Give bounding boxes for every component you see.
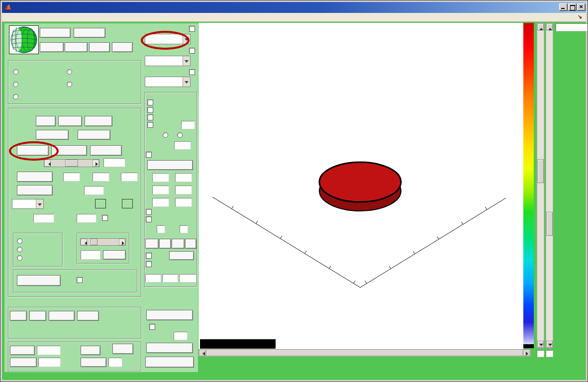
slider-left-arrow-icon[interactable] xyxy=(44,160,51,167)
run-for-button[interactable] xyxy=(10,346,35,355)
run-area-field[interactable] xyxy=(108,358,122,367)
amount-field[interactable] xyxy=(103,158,125,167)
add-to-rim-button[interactable] xyxy=(90,145,122,156)
slider-right-arrow-icon[interactable] xyxy=(119,239,125,245)
color-max-field[interactable] xyxy=(556,23,588,31)
run-time-field[interactable] xyxy=(38,358,61,367)
x-max-field[interactable] xyxy=(175,173,192,182)
maximize-icon[interactable] xyxy=(568,3,576,10)
range-box-2[interactable] xyxy=(546,350,553,357)
dropdown-arrow-icon[interactable] xyxy=(183,77,190,87)
rename-button[interactable] xyxy=(85,116,112,126)
auto-color-range-checkbox[interactable] xyxy=(146,216,152,222)
close-icon[interactable] xyxy=(577,3,585,10)
y-max-field[interactable] xyxy=(175,186,192,194)
from-picture-button[interactable] xyxy=(147,160,193,170)
min-field[interactable] xyxy=(157,225,165,233)
pan-button[interactable] xyxy=(145,239,159,249)
radio-simulation[interactable] xyxy=(13,94,18,99)
radio-factors[interactable] xyxy=(13,82,18,87)
tensor-dropdown[interactable] xyxy=(145,77,191,87)
add-linear-button[interactable] xyxy=(17,185,53,195)
rotate-button[interactable] xyxy=(172,239,185,249)
sparsity-field[interactable] xyxy=(174,141,191,150)
minimize-icon[interactable] xyxy=(559,3,567,10)
radio-decor-b[interactable] xyxy=(177,132,183,138)
output-dropdown[interactable] xyxy=(145,56,191,66)
z-min-field[interactable] xyxy=(152,198,169,207)
range-box-1[interactable] xyxy=(537,350,544,357)
plot-output-value-checkbox[interactable] xyxy=(189,48,195,54)
dropdown-arrow-icon[interactable] xyxy=(36,199,43,208)
profile-dropdown[interactable] xyxy=(12,199,44,209)
neg-color-swatch[interactable] xyxy=(122,199,133,208)
y-min-field[interactable] xyxy=(152,186,169,194)
x-min-field[interactable] xyxy=(152,173,169,182)
az-field[interactable] xyxy=(145,274,161,283)
plot-current-factor-checkbox[interactable] xyxy=(189,26,195,32)
record-movie-button[interactable] xyxy=(146,310,193,320)
diffusion-field[interactable] xyxy=(33,214,54,223)
use-wild-type-checkbox[interactable] xyxy=(77,277,83,283)
dock-arrow-icon[interactable] xyxy=(578,13,582,20)
tensor-axes-checkbox[interactable] xyxy=(189,69,195,75)
zoom-button[interactable] xyxy=(159,239,171,249)
add-radial-button[interactable] xyxy=(17,172,53,182)
frames-per-sec-field[interactable] xyxy=(174,332,188,340)
dilution-checkbox[interactable] xyxy=(102,215,108,221)
delete-button[interactable] xyxy=(58,116,82,126)
z-max-field[interactable] xyxy=(175,198,192,207)
amount-slider-thumb[interactable] xyxy=(65,160,78,167)
mgens-button[interactable] xyxy=(169,251,194,260)
pos-color-swatch[interactable] xyxy=(95,199,106,208)
scroll-up-icon[interactable] xyxy=(537,23,544,30)
call-button[interactable] xyxy=(29,311,46,321)
scroll-right-icon[interactable] xyxy=(523,350,530,356)
ru-button[interactable] xyxy=(185,239,196,249)
run-until-button[interactable] xyxy=(10,358,37,367)
pol-grad-checkbox[interactable] xyxy=(147,107,153,113)
amount-slider[interactable] xyxy=(44,159,99,167)
radial-x-field[interactable] xyxy=(63,173,80,182)
scrollbar-thumb[interactable] xyxy=(546,212,553,236)
dropdown-arrow-icon[interactable] xyxy=(183,34,190,44)
radio-max[interactable] xyxy=(17,255,22,261)
radial-z-field[interactable] xyxy=(121,173,138,182)
mutation-slider[interactable] xyxy=(80,238,126,246)
radio-growth-tensors[interactable] xyxy=(67,82,72,87)
horizontal-scrollbar[interactable] xyxy=(198,349,531,357)
add-const-button[interactable] xyxy=(17,145,49,156)
monochrome-checkbox[interactable] xyxy=(146,209,152,215)
notes-button[interactable] xyxy=(77,311,99,321)
max-field[interactable] xyxy=(180,225,188,233)
save-as-button[interactable] xyxy=(74,28,105,38)
radial-y-field[interactable] xyxy=(93,173,109,182)
scroll-down-icon[interactable] xyxy=(546,341,553,348)
scroll-left-icon[interactable] xyxy=(199,350,206,356)
stop-button[interactable] xyxy=(112,344,133,354)
show-history-button[interactable] xyxy=(145,357,194,368)
clipping-plane-checkbox[interactable] xyxy=(146,261,152,267)
rewrite-button[interactable] xyxy=(49,311,75,321)
restart-button[interactable] xyxy=(40,42,64,52)
radio-cells[interactable] xyxy=(67,69,72,75)
slider-left-arrow-icon[interactable] xyxy=(81,239,87,245)
direction-field[interactable] xyxy=(84,186,104,195)
run-steps-field[interactable] xyxy=(37,346,61,355)
auto-axis-range-checkbox[interactable] xyxy=(146,152,152,158)
dropdown-arrow-icon[interactable] xyxy=(183,56,190,66)
clip-checkbox[interactable] xyxy=(146,253,152,259)
decay-field[interactable] xyxy=(77,214,97,223)
scrollbar-thumb[interactable] xyxy=(537,159,544,183)
multi-plot-checkbox[interactable] xyxy=(147,122,153,128)
scroll-up-icon[interactable] xyxy=(546,23,553,30)
mutation-slider-thumb[interactable] xyxy=(91,239,98,245)
reset-button[interactable] xyxy=(112,42,133,52)
el-field[interactable] xyxy=(162,274,178,283)
radio-decor-a[interactable] xyxy=(163,132,168,138)
step-button[interactable] xyxy=(81,346,100,355)
radio-mesh-editor[interactable] xyxy=(13,69,18,75)
load-button[interactable] xyxy=(40,28,71,38)
scrollbar-thumb[interactable] xyxy=(206,350,523,356)
set-zero-button[interactable] xyxy=(36,130,69,140)
